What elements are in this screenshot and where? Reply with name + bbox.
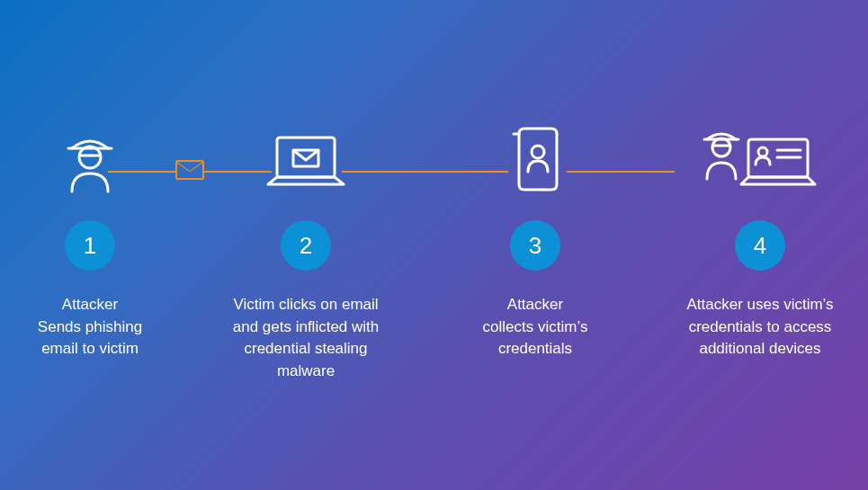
step-description: Attacker uses victim’scredentials to acc…: [661, 294, 859, 361]
credentials-scroll-icon: [445, 121, 625, 193]
svg-point-4: [532, 146, 544, 158]
step-number: 4: [754, 232, 766, 260]
step-number: 1: [84, 232, 96, 260]
step-number: 2: [300, 232, 312, 260]
step-4: 4 Attacker uses victim’scredentials to a…: [661, 121, 859, 361]
step-badge-1: 1: [65, 220, 115, 271]
svg-rect-2: [277, 138, 335, 177]
step-badge-3: 3: [510, 220, 560, 271]
laptop-mail-icon: [216, 121, 396, 193]
step-badge-4: 4: [735, 220, 785, 271]
step-number: 3: [529, 232, 541, 260]
attacker-device-icon: [661, 121, 859, 193]
step-badge-2: 2: [281, 220, 331, 271]
svg-point-0: [79, 147, 101, 168]
step-1: 1 AttackerSends phishingemail to victim: [0, 121, 180, 361]
step-description: Attackercollects victim’scredentials: [445, 294, 625, 361]
attacker-icon: [0, 121, 180, 193]
step-2: 2 Victim clicks on emailand gets inflict…: [216, 121, 396, 383]
step-3: 3 Attackercollects victim’scredentials: [445, 121, 625, 361]
step-description: Victim clicks on emailand gets inflicted…: [216, 294, 396, 383]
svg-point-9: [758, 147, 767, 156]
svg-point-6: [712, 138, 730, 156]
step-description: AttackerSends phishingemail to victim: [0, 294, 180, 361]
attack-flow-diagram: 1 AttackerSends phishingemail to victim …: [0, 0, 868, 490]
